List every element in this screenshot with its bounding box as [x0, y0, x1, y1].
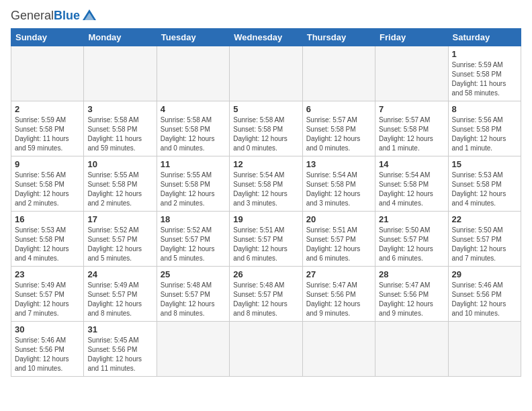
calendar-cell: 6Sunrise: 5:57 AM Sunset: 5:58 PM Daylig… — [302, 101, 375, 156]
day-info: Sunrise: 5:57 AM Sunset: 5:58 PM Dayligh… — [306, 116, 371, 153]
calendar-week-2: 9Sunrise: 5:56 AM Sunset: 5:58 PM Daylig… — [11, 156, 521, 212]
day-number: 16 — [15, 214, 80, 224]
calendar-cell: 11Sunrise: 5:55 AM Sunset: 5:58 PM Dayli… — [157, 156, 229, 212]
calendar-cell: 1Sunrise: 5:59 AM Sunset: 5:58 PM Daylig… — [448, 46, 521, 101]
day-number: 22 — [452, 214, 517, 224]
day-number: 17 — [87, 214, 152, 224]
calendar-cell: 4Sunrise: 5:58 AM Sunset: 5:58 PM Daylig… — [157, 101, 229, 156]
day-number: 29 — [452, 269, 517, 279]
calendar-cell — [375, 46, 448, 101]
calendar-cell: 13Sunrise: 5:54 AM Sunset: 5:58 PM Dayli… — [302, 156, 375, 212]
day-info: Sunrise: 5:54 AM Sunset: 5:58 PM Dayligh… — [233, 171, 298, 208]
day-number: 20 — [306, 214, 371, 224]
calendar-cell: 30Sunrise: 5:46 AM Sunset: 5:56 PM Dayli… — [11, 322, 84, 377]
col-friday: Friday — [375, 29, 448, 46]
calendar-week-5: 30Sunrise: 5:46 AM Sunset: 5:56 PM Dayli… — [11, 322, 521, 377]
col-saturday: Saturday — [448, 29, 521, 46]
col-thursday: Thursday — [302, 29, 375, 46]
calendar-cell — [448, 322, 521, 377]
day-info: Sunrise: 5:59 AM Sunset: 5:58 PM Dayligh… — [15, 116, 80, 153]
calendar-header-row: Sunday Monday Tuesday Wednesday Thursday… — [11, 29, 521, 46]
day-info: Sunrise: 5:50 AM Sunset: 5:57 PM Dayligh… — [379, 226, 444, 263]
calendar-cell: 9Sunrise: 5:56 AM Sunset: 5:58 PM Daylig… — [11, 156, 84, 212]
logo-icon — [82, 8, 97, 23]
day-number: 19 — [233, 214, 298, 224]
day-info: Sunrise: 5:45 AM Sunset: 5:56 PM Dayligh… — [87, 336, 152, 373]
calendar-cell: 26Sunrise: 5:48 AM Sunset: 5:57 PM Dayli… — [230, 267, 302, 322]
calendar-cell: 7Sunrise: 5:57 AM Sunset: 5:58 PM Daylig… — [375, 101, 448, 156]
day-number: 28 — [379, 269, 444, 279]
calendar-cell: 15Sunrise: 5:53 AM Sunset: 5:58 PM Dayli… — [448, 156, 521, 212]
day-info: Sunrise: 5:49 AM Sunset: 5:57 PM Dayligh… — [87, 281, 152, 318]
day-info: Sunrise: 5:50 AM Sunset: 5:57 PM Dayligh… — [452, 226, 517, 263]
day-number: 3 — [87, 104, 152, 114]
day-info: Sunrise: 5:52 AM Sunset: 5:57 PM Dayligh… — [161, 226, 226, 263]
day-number: 14 — [379, 159, 444, 169]
day-number: 10 — [87, 159, 152, 169]
day-number: 21 — [379, 214, 444, 224]
day-info: Sunrise: 5:52 AM Sunset: 5:57 PM Dayligh… — [87, 226, 152, 263]
logo-blue: Blue — [54, 9, 80, 22]
calendar-week-4: 23Sunrise: 5:49 AM Sunset: 5:57 PM Dayli… — [11, 267, 521, 322]
day-info: Sunrise: 5:51 AM Sunset: 5:57 PM Dayligh… — [233, 226, 298, 263]
day-info: Sunrise: 5:56 AM Sunset: 5:58 PM Dayligh… — [15, 171, 80, 208]
page: GeneralBlue Sunday Monday Tuesday Wednes… — [0, 0, 532, 382]
calendar-cell: 27Sunrise: 5:47 AM Sunset: 5:56 PM Dayli… — [302, 267, 375, 322]
day-info: Sunrise: 5:58 AM Sunset: 5:58 PM Dayligh… — [161, 116, 226, 153]
logo: GeneralBlue — [11, 8, 97, 23]
day-info: Sunrise: 5:58 AM Sunset: 5:58 PM Dayligh… — [233, 116, 298, 153]
calendar-cell: 12Sunrise: 5:54 AM Sunset: 5:58 PM Dayli… — [230, 156, 302, 212]
day-info: Sunrise: 5:56 AM Sunset: 5:58 PM Dayligh… — [452, 116, 517, 153]
calendar-cell: 10Sunrise: 5:55 AM Sunset: 5:58 PM Dayli… — [84, 156, 157, 212]
calendar-cell: 23Sunrise: 5:49 AM Sunset: 5:57 PM Dayli… — [11, 267, 84, 322]
day-info: Sunrise: 5:54 AM Sunset: 5:58 PM Dayligh… — [306, 171, 371, 208]
day-number: 9 — [15, 159, 80, 169]
day-info: Sunrise: 5:53 AM Sunset: 5:58 PM Dayligh… — [15, 226, 80, 263]
day-info: Sunrise: 5:46 AM Sunset: 5:56 PM Dayligh… — [452, 281, 517, 318]
day-number: 26 — [233, 269, 298, 279]
day-info: Sunrise: 5:48 AM Sunset: 5:57 PM Dayligh… — [161, 281, 226, 318]
calendar-week-3: 16Sunrise: 5:53 AM Sunset: 5:58 PM Dayli… — [11, 212, 521, 267]
col-wednesday: Wednesday — [230, 29, 302, 46]
calendar-cell — [230, 322, 302, 377]
calendar-cell: 31Sunrise: 5:45 AM Sunset: 5:56 PM Dayli… — [84, 322, 157, 377]
day-number: 2 — [15, 104, 80, 114]
col-sunday: Sunday — [11, 29, 84, 46]
day-number: 18 — [161, 214, 226, 224]
day-info: Sunrise: 5:58 AM Sunset: 5:58 PM Dayligh… — [87, 116, 152, 153]
day-number: 30 — [15, 324, 80, 334]
calendar-cell: 28Sunrise: 5:47 AM Sunset: 5:56 PM Dayli… — [375, 267, 448, 322]
calendar-cell — [230, 46, 302, 101]
calendar-cell — [302, 46, 375, 101]
logo-general: General — [11, 9, 54, 22]
calendar-week-0: 1Sunrise: 5:59 AM Sunset: 5:58 PM Daylig… — [11, 46, 521, 101]
day-info: Sunrise: 5:48 AM Sunset: 5:57 PM Dayligh… — [233, 281, 298, 318]
calendar-cell: 29Sunrise: 5:46 AM Sunset: 5:56 PM Dayli… — [448, 267, 521, 322]
day-info: Sunrise: 5:51 AM Sunset: 5:57 PM Dayligh… — [306, 226, 371, 263]
day-info: Sunrise: 5:55 AM Sunset: 5:58 PM Dayligh… — [161, 171, 226, 208]
calendar-cell: 21Sunrise: 5:50 AM Sunset: 5:57 PM Dayli… — [375, 212, 448, 267]
calendar-cell: 17Sunrise: 5:52 AM Sunset: 5:57 PM Dayli… — [84, 212, 157, 267]
calendar-cell: 20Sunrise: 5:51 AM Sunset: 5:57 PM Dayli… — [302, 212, 375, 267]
day-number: 4 — [161, 104, 226, 114]
day-number: 5 — [233, 104, 298, 114]
day-number: 31 — [87, 324, 152, 334]
header: GeneralBlue — [11, 8, 521, 23]
calendar-cell: 19Sunrise: 5:51 AM Sunset: 5:57 PM Dayli… — [230, 212, 302, 267]
col-monday: Monday — [84, 29, 157, 46]
day-info: Sunrise: 5:47 AM Sunset: 5:56 PM Dayligh… — [379, 281, 444, 318]
day-number: 13 — [306, 159, 371, 169]
day-number: 1 — [452, 49, 517, 59]
day-info: Sunrise: 5:59 AM Sunset: 5:58 PM Dayligh… — [452, 60, 517, 98]
day-number: 7 — [379, 104, 444, 114]
day-info: Sunrise: 5:47 AM Sunset: 5:56 PM Dayligh… — [306, 281, 371, 318]
calendar-week-1: 2Sunrise: 5:59 AM Sunset: 5:58 PM Daylig… — [11, 101, 521, 156]
calendar-cell: 8Sunrise: 5:56 AM Sunset: 5:58 PM Daylig… — [448, 101, 521, 156]
day-number: 23 — [15, 269, 80, 279]
day-info: Sunrise: 5:53 AM Sunset: 5:58 PM Dayligh… — [452, 171, 517, 208]
calendar-cell: 5Sunrise: 5:58 AM Sunset: 5:58 PM Daylig… — [230, 101, 302, 156]
col-tuesday: Tuesday — [157, 29, 229, 46]
calendar-cell — [157, 322, 229, 377]
day-number: 27 — [306, 269, 371, 279]
day-number: 8 — [452, 104, 517, 114]
